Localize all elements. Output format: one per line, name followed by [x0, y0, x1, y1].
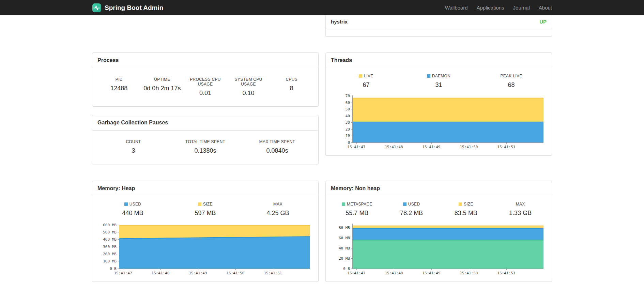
svg-text:15:41:48: 15:41:48 — [385, 271, 403, 275]
nav-menu: WallboardApplicationsJournalAbout — [441, 0, 552, 15]
stat-label: CPUS — [270, 77, 313, 82]
svg-text:60: 60 — [346, 101, 350, 105]
svg-text:15:41:51: 15:41:51 — [264, 271, 282, 275]
stat-label: UPTIME — [141, 77, 184, 82]
stat-value: 440 MB — [96, 210, 169, 217]
svg-text:15:41:47: 15:41:47 — [348, 145, 366, 149]
stat-value: 8 — [270, 85, 313, 92]
navbar: Spring Boot Admin WallboardApplicationsJ… — [0, 0, 644, 15]
nav-item-wallboard[interactable]: Wallboard — [441, 0, 472, 15]
svg-text:15:41:47: 15:41:47 — [114, 271, 132, 275]
navbar-inner: Spring Boot Admin WallboardApplicationsJ… — [92, 0, 552, 15]
stat-label: PROCESS CPU USAGE — [184, 77, 227, 87]
application-row: hystrix UP — [326, 15, 552, 28]
stat-label: PEAK LIVE — [475, 74, 548, 78]
svg-text:30: 30 — [346, 120, 350, 125]
nav-item-applications[interactable]: Applications — [472, 0, 509, 15]
stat-label: DAEMON — [402, 74, 475, 78]
svg-text:15:41:47: 15:41:47 — [348, 271, 366, 275]
nav-item-journal[interactable]: Journal — [509, 0, 534, 15]
svg-text:40: 40 — [346, 114, 350, 118]
stat-pid: PID12488 — [97, 77, 141, 97]
application-name[interactable]: hystrix — [331, 19, 348, 25]
stat-metaspace: METASPACE55.7 MB — [330, 202, 384, 217]
stat-value: 67 — [330, 81, 402, 89]
stat-label: MAX TIME SPENT — [241, 139, 313, 144]
svg-text:40 MB: 40 MB — [339, 246, 350, 250]
svg-text:10: 10 — [346, 134, 350, 138]
svg-text:20: 20 — [346, 127, 350, 132]
stat-value: 83.5 MB — [439, 210, 493, 217]
svg-text:600 MB: 600 MB — [103, 223, 117, 227]
stat-value: 4.25 GB — [242, 210, 314, 217]
stat-label: USED — [384, 202, 439, 207]
memory-heap-chart: 0 B100 MB200 MB300 MB400 MB500 MB600 MB1… — [96, 222, 314, 277]
svg-text:0: 0 — [348, 140, 350, 145]
stat-used: USED440 MB — [96, 202, 169, 217]
svg-text:15:41:50: 15:41:50 — [460, 145, 478, 149]
stat-label: TOTAL TIME SPENT — [169, 139, 241, 144]
svg-text:0 B: 0 B — [343, 267, 350, 271]
svg-text:15:41:48: 15:41:48 — [385, 145, 403, 149]
process-panel: Process PID12488UPTIME0d 0h 2m 17sPROCES… — [92, 52, 319, 107]
stat-label: SYSTEM CPU USAGE — [227, 77, 270, 87]
area-metaspace — [352, 240, 543, 269]
legend-swatch-icon — [198, 202, 201, 206]
memory-nonheap-chart: 0 B20 MB40 MB60 MB80 MB15:41:4715:41:481… — [330, 222, 548, 277]
stat-value: 68 — [475, 81, 548, 89]
threads-panel: Threads LIVE67DAEMON31PEAK LIVE68 010203… — [325, 52, 552, 156]
stat-value: 55.7 MB — [330, 210, 384, 217]
spring-boot-admin-logo-icon — [92, 3, 102, 13]
svg-text:70: 70 — [346, 94, 350, 98]
stat-count: COUNT3 — [97, 139, 169, 154]
stat-value: 31 — [402, 81, 475, 89]
memory-nonheap-panel-title: Memory: Non heap — [326, 181, 552, 196]
stat-used: USED78.2 MB — [384, 202, 439, 217]
memory-nonheap-stats: METASPACE55.7 MBUSED78.2 MBSIZE83.5 MBMA… — [330, 202, 548, 217]
svg-text:15:41:50: 15:41:50 — [460, 271, 478, 275]
threads-stats: LIVE67DAEMON31PEAK LIVE68 — [330, 74, 548, 89]
legend-swatch-icon — [124, 202, 128, 206]
svg-text:80 MB: 80 MB — [339, 226, 350, 230]
nav-item-about[interactable]: About — [534, 0, 552, 15]
stat-label: MAX — [493, 202, 548, 207]
svg-text:0 B: 0 B — [110, 267, 117, 271]
svg-text:200 MB: 200 MB — [103, 252, 117, 256]
svg-text:400 MB: 400 MB — [103, 237, 117, 242]
stat-value: 3 — [97, 147, 169, 154]
stat-max: MAX4.25 GB — [242, 202, 314, 217]
svg-text:100 MB: 100 MB — [103, 259, 117, 263]
stat-value: 0.0840s — [241, 147, 313, 154]
stat-max-time-spent: MAX TIME SPENT0.0840s — [241, 139, 313, 154]
legend-swatch-icon — [403, 202, 407, 206]
memory-heap-stats: USED440 MBSIZE597 MBMAX4.25 GB — [96, 202, 314, 217]
svg-text:15:41:49: 15:41:49 — [423, 271, 441, 275]
status-badge: UP — [539, 19, 547, 25]
gc-pauses-panel-title: Garbage Collection Pauses — [92, 115, 318, 131]
stat-process-cpu-usage: PROCESS CPU USAGE0.01 — [184, 77, 227, 97]
svg-text:15:41:50: 15:41:50 — [227, 271, 245, 275]
stat-label: MAX — [242, 202, 314, 207]
threads-chart: 01020304050607015:41:4715:41:4815:41:491… — [330, 93, 548, 151]
stat-label: PID — [97, 77, 141, 82]
threads-chart-wrap: 01020304050607015:41:4715:41:4815:41:491… — [330, 93, 548, 151]
stat-total-time-spent: TOTAL TIME SPENT0.1380s — [169, 139, 241, 154]
svg-text:60 MB: 60 MB — [339, 236, 350, 240]
svg-text:500 MB: 500 MB — [103, 230, 117, 234]
stat-uptime: UPTIME0d 0h 2m 17s — [141, 77, 184, 97]
brand-title: Spring Boot Admin — [105, 4, 163, 12]
stat-live: LIVE67 — [330, 74, 402, 89]
stat-size: SIZE597 MB — [169, 202, 242, 217]
stat-system-cpu-usage: SYSTEM CPU USAGE0.10 — [227, 77, 270, 97]
legend-swatch-icon — [459, 202, 462, 206]
stat-daemon: DAEMON31 — [402, 74, 475, 89]
stat-value: 0.1380s — [169, 147, 241, 154]
memory-heap-panel: Memory: Heap USED440 MBSIZE597 MBMAX4.25… — [92, 181, 319, 282]
gc-pauses-panel: Garbage Collection Pauses COUNT3TOTAL TI… — [92, 115, 319, 164]
memory-heap-chart-wrap: 0 B100 MB200 MB300 MB400 MB500 MB600 MB1… — [96, 222, 314, 277]
svg-text:15:41:49: 15:41:49 — [189, 271, 207, 275]
svg-text:50: 50 — [346, 107, 350, 111]
svg-text:15:41:51: 15:41:51 — [497, 145, 516, 149]
brand-link[interactable]: Spring Boot Admin — [92, 3, 163, 13]
memory-nonheap-panel: Memory: Non heap METASPACE55.7 MBUSED78.… — [325, 181, 552, 282]
